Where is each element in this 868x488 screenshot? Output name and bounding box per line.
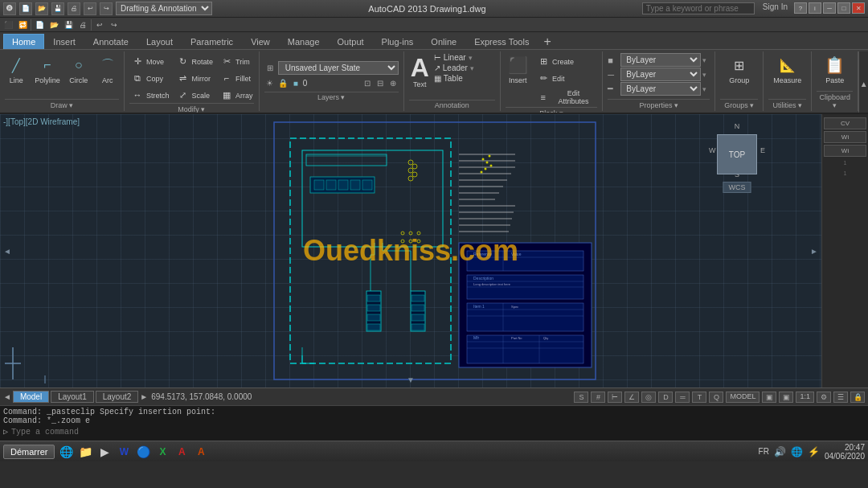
rp-wi-btn1[interactable]: Wi bbox=[824, 131, 866, 143]
leader-btn[interactable]: ↗ Leader ▾ bbox=[434, 64, 474, 72]
trans-btn[interactable]: T bbox=[692, 392, 706, 403]
tab-extra[interactable]: + bbox=[538, 34, 556, 49]
rp-wi-btn2[interactable]: Wi bbox=[824, 145, 866, 157]
tab-layout[interactable]: Layout bbox=[137, 34, 182, 49]
grid-btn[interactable]: # bbox=[591, 392, 605, 403]
edit-attr-btn[interactable]: ≡ Edit Attributes bbox=[534, 87, 597, 107]
prop-color-dropdown[interactable]: ByLayer bbox=[620, 53, 701, 67]
layer-extra1[interactable]: ⊡ bbox=[362, 77, 373, 88]
polyline-btn[interactable]: ⌐ Polyline bbox=[32, 53, 63, 86]
dyn-btn[interactable]: D bbox=[658, 392, 673, 403]
osnap-btn[interactable]: ◎ bbox=[641, 392, 656, 403]
text-btn[interactable]: A Text bbox=[409, 53, 431, 90]
taskbar-excel-icon[interactable]: X bbox=[154, 444, 170, 460]
scroll-left-btn[interactable]: ◄ bbox=[3, 247, 11, 256]
rp-cv-btn[interactable]: CV bbox=[824, 117, 866, 129]
help-btn[interactable]: ? bbox=[794, 2, 807, 14]
taskbar-autocad-icon[interactable]: A bbox=[193, 444, 209, 460]
array-btn[interactable]: ▦ Array bbox=[217, 87, 256, 103]
mirror-btn[interactable]: ⇌ Mirror bbox=[174, 70, 216, 86]
view-cube[interactable]: N S E W TOP WCS bbox=[709, 122, 765, 178]
layout2-tab[interactable]: Layout2 bbox=[96, 391, 139, 403]
line-btn[interactable]: ╱ Line bbox=[3, 53, 29, 86]
qs-btn[interactable]: Q bbox=[709, 392, 723, 403]
polar-btn[interactable]: ∠ bbox=[624, 392, 639, 403]
qt-icon6[interactable]: 🖨 bbox=[76, 19, 89, 31]
lock-icon[interactable]: 🔒 bbox=[277, 77, 289, 88]
next-layout-btn[interactable]: ► bbox=[140, 392, 148, 401]
prop-linetype-arrow[interactable]: ▾ bbox=[702, 71, 706, 79]
ortho-btn[interactable]: ⊢ bbox=[608, 392, 622, 403]
layer-manager-icon[interactable]: ⊞ bbox=[264, 63, 276, 74]
tab-insert[interactable]: Insert bbox=[44, 34, 84, 49]
taskbar-media-icon[interactable]: ▶ bbox=[96, 444, 113, 460]
qt-icon3[interactable]: 📄 bbox=[33, 19, 46, 31]
tab-express[interactable]: Express Tools bbox=[465, 34, 538, 49]
stretch-btn[interactable]: ↔ Stretch bbox=[128, 87, 172, 103]
qt-icon8[interactable]: ↪ bbox=[108, 19, 121, 31]
fillet-btn[interactable]: ⌐ Fillet bbox=[217, 70, 256, 86]
taskbar-word-icon[interactable]: W bbox=[116, 444, 132, 460]
tab-output[interactable]: Output bbox=[329, 34, 373, 49]
command-input[interactable] bbox=[11, 428, 865, 437]
model-tab[interactable]: Model bbox=[13, 391, 49, 403]
info-btn[interactable]: i bbox=[809, 2, 821, 14]
prop-linetype-dropdown[interactable]: ByLayer bbox=[620, 68, 701, 81]
layer-extra2[interactable]: ⊟ bbox=[375, 77, 386, 88]
layer-extra3[interactable]: ⊕ bbox=[387, 77, 399, 88]
cad-drawing[interactable]: Reference Value Description Long descrip… bbox=[0, 114, 821, 388]
qt-icon2[interactable]: 🔁 bbox=[16, 19, 29, 31]
move-btn[interactable]: ✛ Move bbox=[128, 53, 172, 69]
prev-layout-btn[interactable]: ◄ bbox=[3, 392, 11, 401]
paste-btn[interactable]: 📋 Paste bbox=[822, 53, 848, 86]
measure-btn[interactable]: 📐 Measure bbox=[771, 53, 804, 86]
redo-btn[interactable]: ↪ bbox=[100, 2, 113, 15]
trim-btn[interactable]: ✂ Trim bbox=[217, 53, 256, 69]
new-btn[interactable]: 📄 bbox=[19, 2, 32, 15]
tab-parametric[interactable]: Parametric bbox=[182, 34, 242, 49]
arc-btn[interactable]: ⌒ Arc bbox=[95, 53, 121, 86]
tab-home[interactable]: Home bbox=[3, 34, 44, 49]
close-btn[interactable]: ✕ bbox=[852, 2, 865, 14]
tray-icon2[interactable]: 🌐 bbox=[791, 446, 803, 457]
minimize-btn[interactable]: ─ bbox=[823, 2, 836, 14]
tab-view[interactable]: View bbox=[242, 34, 279, 49]
color-icon[interactable]: ■ bbox=[290, 77, 301, 88]
taskbar-explorer-icon[interactable]: 📁 bbox=[77, 444, 93, 460]
wcs-label[interactable]: WCS bbox=[723, 182, 751, 193]
scroll-down-btn[interactable]: ▼ bbox=[407, 375, 415, 384]
snap-btn[interactable]: S bbox=[574, 392, 588, 403]
ribbon-collapse-btn[interactable]: ▲ bbox=[858, 51, 868, 114]
prop-color-arrow[interactable]: ▾ bbox=[702, 56, 706, 64]
prop-lineweight-arrow[interactable]: ▾ bbox=[702, 85, 706, 93]
tab-annotate[interactable]: Annotate bbox=[84, 34, 137, 49]
hw-btn[interactable]: ▣ bbox=[762, 392, 776, 403]
start-button[interactable]: Démarrer bbox=[3, 445, 55, 459]
qt-icon1[interactable]: ⬛ bbox=[2, 19, 14, 31]
open-btn[interactable]: 📂 bbox=[35, 2, 48, 15]
circle-btn[interactable]: ○ Circle bbox=[66, 53, 92, 86]
hw-btn2[interactable]: ▣ bbox=[779, 392, 793, 403]
workspace-btn[interactable]: ☰ bbox=[833, 392, 848, 403]
canvas-area[interactable]: -][Top][2D Wireframe] N S E W TOP WCS bbox=[0, 114, 821, 388]
tray-icon3[interactable]: ⚡ bbox=[808, 446, 820, 457]
tab-manage[interactable]: Manage bbox=[279, 34, 329, 49]
create-btn[interactable]: ⊞ Create bbox=[534, 53, 597, 69]
workspace-dropdown[interactable]: Drafting & Annotation bbox=[116, 2, 212, 15]
model-label[interactable]: MODEL bbox=[726, 392, 760, 403]
linear-btn[interactable]: ⊢ Linear ▾ bbox=[434, 53, 474, 62]
qt-icon7[interactable]: ↩ bbox=[93, 19, 106, 31]
qt-icon5[interactable]: 💾 bbox=[62, 19, 75, 31]
taskbar-adobe-icon[interactable]: A bbox=[174, 444, 190, 460]
insert-btn[interactable]: ⬛ Insert bbox=[506, 53, 530, 86]
settings-btn[interactable]: ⚙ bbox=[817, 392, 831, 403]
prop-lineweight-dropdown[interactable]: ByLayer bbox=[620, 82, 701, 96]
sign-in-btn[interactable]: Sign In bbox=[763, 2, 788, 14]
table-btn[interactable]: ▦ Table bbox=[434, 74, 474, 83]
tab-online[interactable]: Online bbox=[422, 34, 465, 49]
lw-btn[interactable]: ═ bbox=[675, 392, 690, 403]
layout1-tab[interactable]: Layout1 bbox=[51, 391, 94, 403]
search-input[interactable] bbox=[642, 2, 755, 14]
rotate-btn[interactable]: ↻ Rotate bbox=[174, 53, 216, 69]
freeze-icon[interactable]: ☀ bbox=[264, 77, 276, 88]
